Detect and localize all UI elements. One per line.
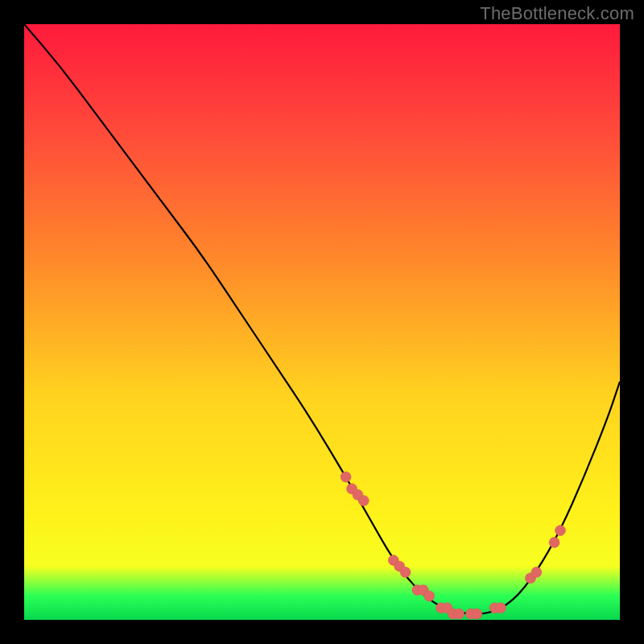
chart-frame: TheBottleneck.com	[0, 0, 644, 644]
marker-dot	[496, 603, 506, 613]
plot-area	[24, 24, 620, 620]
marker-dots-group	[341, 472, 565, 619]
marker-dot	[531, 567, 542, 577]
watermark-text: TheBottleneck.com	[480, 3, 634, 24]
marker-dot	[454, 609, 464, 619]
curve-svg	[24, 24, 620, 620]
marker-dot	[358, 496, 369, 506]
marker-dot	[472, 609, 482, 619]
marker-dot	[400, 567, 411, 577]
marker-dot	[341, 472, 351, 482]
marker-dot	[549, 537, 559, 547]
marker-dot	[424, 591, 435, 601]
marker-dot	[555, 526, 566, 536]
bottleneck-curve	[24, 24, 620, 614]
